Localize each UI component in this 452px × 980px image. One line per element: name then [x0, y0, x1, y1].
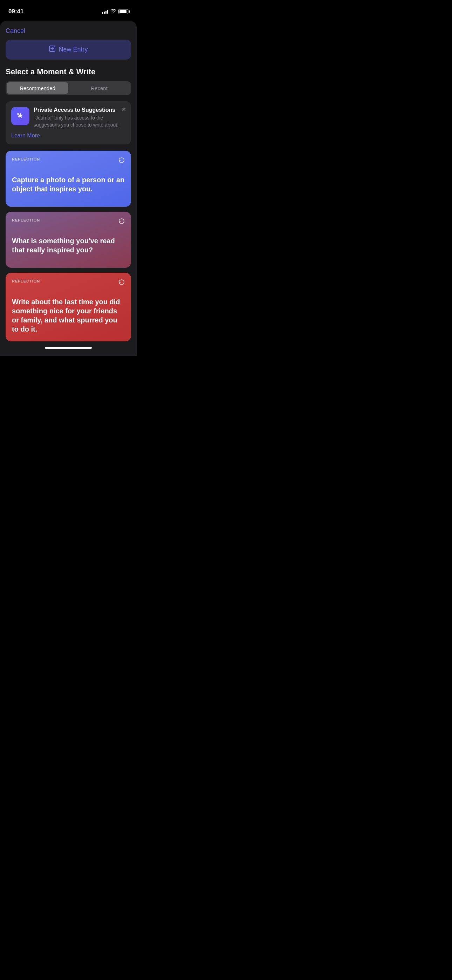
section-title: Select a Moment & Write: [6, 67, 131, 76]
refresh-button-1[interactable]: [118, 156, 126, 166]
home-indicator: [45, 347, 92, 349]
info-card-close-button[interactable]: ✕: [122, 106, 126, 113]
info-card-text: Private Access to Suggestions "Journal" …: [33, 107, 126, 128]
battery-icon: [118, 9, 128, 14]
learn-more-button[interactable]: Learn More: [11, 132, 40, 139]
reflection-card-3[interactable]: REFLECTION Write about the last time you…: [6, 273, 131, 341]
suggestions-icon: [11, 107, 29, 125]
svg-point-1: [17, 113, 19, 115]
cancel-button[interactable]: Cancel: [6, 21, 25, 40]
info-card: Private Access to Suggestions "Journal" …: [6, 101, 131, 145]
reflection-text-3: Write about the last time you did someth…: [12, 297, 125, 334]
info-card-body: "Journal" only has access to the suggest…: [33, 115, 126, 128]
reflection-label-1: REFLECTION: [12, 157, 125, 161]
reflection-card-2[interactable]: REFLECTION What is something you've read…: [6, 212, 131, 268]
reflection-card-1[interactable]: REFLECTION Capture a photo of a person o…: [6, 151, 131, 207]
status-icons: [102, 9, 128, 14]
status-bar: 09:41: [0, 0, 137, 18]
info-card-title: Private Access to Suggestions: [33, 107, 126, 113]
new-entry-icon: [49, 45, 56, 54]
reflection-label-3: REFLECTION: [12, 279, 125, 283]
reflection-text-1: Capture a photo of a person or an object…: [12, 175, 125, 194]
info-card-header: Private Access to Suggestions "Journal" …: [11, 107, 126, 128]
tab-recent[interactable]: Recent: [68, 83, 130, 94]
refresh-button-2[interactable]: [118, 217, 126, 227]
reflection-text-2: What is something you've read that reall…: [12, 236, 125, 255]
wifi-icon: [110, 9, 116, 14]
new-entry-button[interactable]: New Entry: [6, 40, 131, 60]
signal-icon: [102, 10, 108, 14]
reflection-label-2: REFLECTION: [12, 218, 125, 222]
refresh-button-3[interactable]: [118, 278, 126, 288]
new-entry-label: New Entry: [59, 46, 88, 53]
main-sheet: Cancel New Entry Select a Moment & Write…: [0, 21, 137, 356]
tab-recommended[interactable]: Recommended: [6, 83, 68, 94]
status-time: 09:41: [8, 8, 24, 15]
tab-bar: Recommended Recent: [6, 81, 131, 95]
